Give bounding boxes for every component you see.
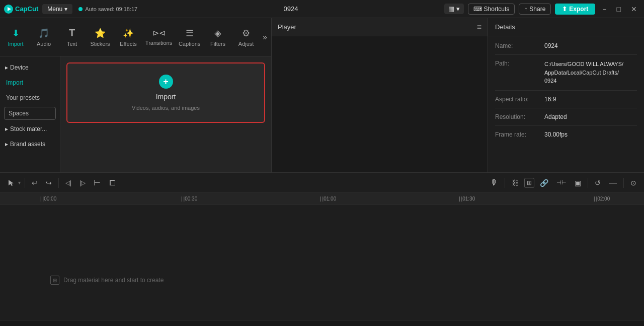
app-logo: CapCut <box>4 5 38 14</box>
timeline-ruler: |00:00 |00:30 |01:00 |01:30 |02:00 <box>0 193 644 205</box>
timeline-settings-button[interactable]: ⊙ <box>628 177 639 188</box>
audio-icon: 🎵 <box>38 28 49 39</box>
autosave-dot <box>78 7 83 11</box>
record-button[interactable]: 🎙 <box>488 177 501 189</box>
share-button[interactable]: ↑ Share <box>519 4 551 15</box>
detail-separator-2 <box>495 90 637 91</box>
detail-row-resolution: Resolution: Adapted <box>495 113 637 120</box>
tab-text[interactable]: T Text <box>58 24 86 50</box>
player-header: Player ≡ <box>272 18 488 36</box>
toolbar-separator-5 <box>623 178 624 188</box>
details-title: Details <box>488 18 644 36</box>
detail-separator-3 <box>495 108 637 108</box>
drag-icon: ⊞ <box>50 276 59 285</box>
autosave-indicator: Auto saved: 09:18:17 <box>78 6 137 12</box>
import-plus-icon: + <box>159 75 173 89</box>
toolbar-separator-2 <box>58 178 59 188</box>
split-button[interactable]: ⊢ <box>91 176 103 189</box>
select-tool-button[interactable] <box>5 178 17 188</box>
chevron-right-icon: ▸ <box>5 64 8 71</box>
detail-separator <box>495 54 637 55</box>
delete-frame-button[interactable]: ⧠ <box>106 177 118 188</box>
import-icon: ⬇ <box>12 28 20 39</box>
horizontal-scrollbar[interactable] <box>0 320 644 326</box>
adjust-icon: ⚙ <box>242 28 250 39</box>
chevron-right-icon-brand: ▸ <box>5 141 8 148</box>
link-button[interactable]: 🔗 <box>537 177 551 188</box>
toolbar-separator-4 <box>588 178 588 188</box>
detail-row-framerate: Frame rate: 30.00fps <box>495 131 637 138</box>
details-content: Name: 0924 Path: C:/Users/GOOD WILL ALWA… <box>488 36 644 172</box>
ruler-mark-90: |01:30 <box>459 196 475 202</box>
import-subtitle: Videos, audios, and images <box>132 105 200 111</box>
toolbar-tabs: ⬇ Import 🎵 Audio T Text ⭐ Stickers ✨ Eff… <box>0 18 271 56</box>
thumbnail-button[interactable]: ▣ <box>572 177 584 188</box>
tab-adjust[interactable]: ⚙ Adjust <box>232 25 260 50</box>
timeline: ▾ ↩ ↪ ◁| |▷ ⊢ ⧠ 🎙 ⛓ ⊞ 🔗 ⊣⊢ ▣ ↺ — ⊙ |00:0… <box>0 172 644 326</box>
sidebar-item-spaces[interactable]: Spaces <box>4 107 56 120</box>
tab-captions[interactable]: ☰ Captions <box>176 25 203 50</box>
title-controls: ▦ ▾ ⌨ Shortcuts ↑ Share ⬆ Export − □ ✕ <box>444 4 640 15</box>
undo2-button[interactable]: ↺ <box>592 177 603 188</box>
import-drop-zone[interactable]: + Import Videos, audios, and images <box>66 62 265 123</box>
svg-marker-2 <box>9 180 14 186</box>
transitions-icon: ⊳⊲ <box>152 28 166 38</box>
chevron-right-icon-stock: ▸ <box>5 125 8 133</box>
expand-tabs-button[interactable]: » <box>261 31 269 44</box>
stickers-icon: ⭐ <box>95 28 106 39</box>
tab-filters[interactable]: ◈ Filters <box>204 25 231 50</box>
detail-row-path: Path: C:/Users/GOOD WILL ALWAYS/AppData/… <box>495 60 637 85</box>
toolbar-separator-1 <box>25 178 25 188</box>
timeline-tracks[interactable]: ⊞ Drag material here and start to create <box>0 205 644 320</box>
timeline-toolbar: ▾ ↩ ↪ ◁| |▷ ⊢ ⧠ 🎙 ⛓ ⊞ 🔗 ⊣⊢ ▣ ↺ — ⊙ <box>0 173 644 193</box>
shortcuts-button[interactable]: ⌨ Shortcuts <box>468 4 515 15</box>
drag-hint: ⊞ Drag material here and start to create <box>40 271 174 290</box>
split-right-button[interactable]: |▷ <box>77 178 88 188</box>
minimize-button[interactable]: − <box>599 4 609 14</box>
ruler-mark-120: |02:00 <box>594 196 610 202</box>
maximize-button[interactable]: □ <box>614 4 624 14</box>
tab-audio[interactable]: 🎵 Audio <box>30 25 57 50</box>
export-button[interactable]: ⬆ Export <box>555 4 595 15</box>
volume-button[interactable]: — <box>606 177 619 189</box>
tab-transitions[interactable]: ⊳⊲ Transitions <box>143 25 175 49</box>
import-title: Import <box>156 93 176 101</box>
filters-icon: ◈ <box>214 28 221 39</box>
text-icon: T <box>69 27 75 39</box>
toolbar-separator-3 <box>505 178 505 188</box>
effects-icon: ✨ <box>123 28 134 39</box>
close-button[interactable]: ✕ <box>628 4 640 14</box>
tab-stickers[interactable]: ⭐ Stickers <box>87 25 114 50</box>
detail-row-aspect: Aspect ratio: 16:9 <box>495 96 637 103</box>
menu-button[interactable]: Menu ▾ <box>42 4 72 14</box>
project-name: 0924 <box>141 5 440 13</box>
undo-button[interactable]: ↩ <box>29 177 40 188</box>
redo-button[interactable]: ↪ <box>43 177 54 188</box>
player-menu-button[interactable]: ≡ <box>477 23 481 32</box>
captions-icon: ☰ <box>186 28 194 39</box>
ruler-mark-30: |00:30 <box>181 196 197 202</box>
ruler-mark-0: |00:00 <box>40 196 56 202</box>
sidebar-item-brand[interactable]: ▸ Brand assets <box>0 137 60 151</box>
sidebar-item-device[interactable]: ▸ Device <box>0 60 60 75</box>
tab-effects[interactable]: ✨ Effects <box>115 25 142 50</box>
split-left-button[interactable]: ◁| <box>63 178 74 188</box>
sidebar-item-import[interactable]: Import <box>0 76 60 90</box>
sidebar-item-stock[interactable]: ▸ Stock mater... <box>0 122 60 136</box>
detail-separator-4 <box>495 125 637 126</box>
layout-button[interactable]: ▦ ▾ <box>444 4 464 14</box>
tab-import[interactable]: ⬇ Import <box>2 25 29 50</box>
link-video-button[interactable]: ⊞ <box>524 178 534 188</box>
link-audio-button[interactable]: ⛓ <box>509 177 521 188</box>
title-bar: CapCut Menu ▾ Auto saved: 09:18:17 0924 … <box>0 0 644 18</box>
ruler-mark-60: |01:00 <box>320 196 336 202</box>
detail-row-name: Name: 0924 <box>495 42 637 49</box>
select-tool-group: ▾ <box>5 178 21 188</box>
sidebar-item-presets[interactable]: Your presets <box>0 91 60 105</box>
player-title: Player <box>278 23 477 31</box>
split2-button[interactable]: ⊣⊢ <box>554 178 569 187</box>
